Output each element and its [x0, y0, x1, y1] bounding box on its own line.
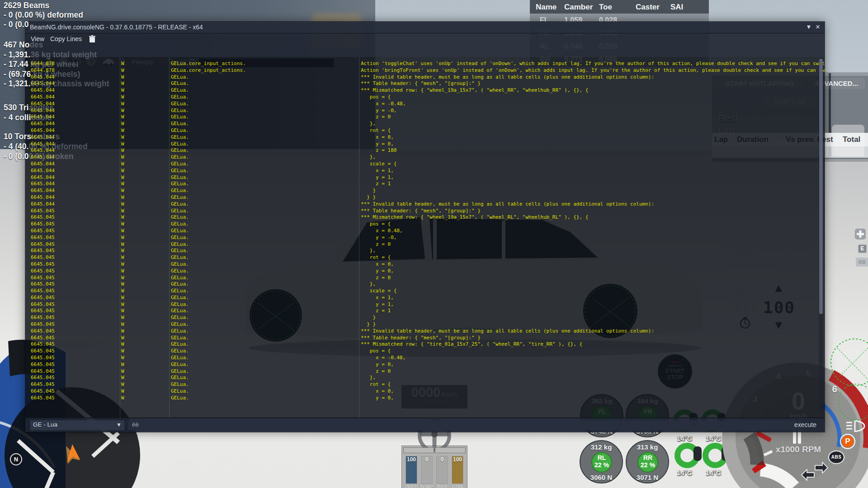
stat-line: - 17.44 kg per wheel [4, 60, 78, 69]
pedal-label: throt [435, 484, 449, 488]
minimize-icon[interactable]: ▼ [805, 23, 813, 30]
abs-indicator: ABS [828, 450, 844, 464]
pedal-bar-throt: 0 [436, 456, 448, 484]
log-row[interactable]: 6645.045WGELua. rot = { [25, 381, 825, 388]
pedal-bar-p-brk: 100 [452, 456, 463, 484]
log-row[interactable]: 6645.044WGELua. }, [25, 121, 825, 127]
log-row[interactable]: 6645.045WGELua. y = -0, [25, 235, 825, 241]
log-row[interactable]: 6645.045WGELua. x = 0, [25, 388, 825, 395]
alignment-header: Toe [599, 3, 612, 12]
log-row[interactable]: 6645.045WGELua.*** Mismatched row: { "wh… [25, 214, 825, 221]
stat-line: - 4 collidable [4, 113, 52, 122]
stat-line: 2629 Beams [4, 1, 49, 10]
log-row[interactable]: 6645.045WGELua. pos = { [25, 221, 825, 228]
log-row[interactable]: 6645.044WGELua. z = 0 [25, 114, 825, 121]
log-row[interactable]: 6644.878WGELua.core_input_actions.Action… [25, 61, 825, 67]
console-log-area[interactable]: 6644.878WGELua.core_input_actions.Action… [25, 57, 825, 418]
log-row[interactable]: 6645.045WGELua.*** Table header: { "mesh… [25, 335, 825, 342]
alignment-header: Name [536, 3, 557, 12]
log-row[interactable]: 6645.045WGELua. z = 0 [25, 368, 825, 375]
pedal-bar-brake: 0 [421, 456, 433, 484]
key-rb-hint: RB [856, 258, 868, 267]
close-icon[interactable]: ✕ [814, 23, 822, 30]
stat-line: 530 Triangles [4, 103, 54, 113]
key-e-hint: E [858, 244, 867, 253]
stat-line: - 1,321.60 kg chassis weight [4, 79, 109, 89]
command-input[interactable]: ëë [128, 420, 793, 430]
log-row[interactable]: 6645.045WGELua. z = 0 [25, 275, 825, 282]
log-row[interactable]: 6645.045WGELua. z = 1 [25, 308, 825, 314]
radial-menu-plus-icon[interactable] [854, 228, 866, 240]
log-row[interactable]: 6645.045WGELua. y = 0, [25, 395, 825, 402]
log-row[interactable]: 6645.044WGELua. } [25, 188, 825, 194]
log-row[interactable]: 6645.044WGELua. x = 1, [25, 168, 825, 174]
log-row[interactable]: 6645.045WGELua. }, [25, 375, 825, 381]
console-title: BeamNG.drive.consoleNG - 0.37.6.0.18775 … [30, 23, 203, 31]
log-row[interactable]: 6645.045WGELua. y = 0, [25, 361, 825, 368]
log-row[interactable]: 6645.044WGELua.*** Invalid table header,… [25, 201, 825, 208]
log-row[interactable]: 6645.044WGELua.*** Invalid table header,… [25, 74, 825, 81]
menu-copy-lines[interactable]: Copy Lines [50, 35, 82, 42]
log-row[interactable]: 6645.045WGELua. pos = { [25, 348, 825, 355]
log-row[interactable]: 6645.045WGELua. x = 0.48, [25, 228, 825, 235]
log-row[interactable]: 6645.044WGELua. y = -0, [25, 108, 825, 114]
alignment-header: Camber [564, 3, 593, 12]
brake-caliper-rl-icon [675, 443, 700, 468]
log-row[interactable]: 6645.045WGELua. } [25, 314, 825, 321]
stat-line: - 1,391.36 kg total weight [4, 50, 97, 60]
execute-button[interactable]: execute [794, 421, 816, 428]
stat-line: - 0 (0.0 [4, 20, 28, 29]
log-row[interactable]: 6645.044WGELua.*** Mismatched row: { "wh… [25, 87, 825, 94]
console-header: View Copy Lines ! ! i ? Filter(s): (?) O… [25, 33, 825, 57]
brake-temp-label: 14°C [673, 435, 696, 442]
log-row[interactable]: 6645.045WGELua. y = 1, [25, 301, 825, 308]
log-row[interactable]: 6645.045WGELua. x = -0.48, [25, 355, 825, 361]
log-row[interactable]: 6645.045WGELua. }, [25, 248, 825, 254]
log-row[interactable]: 6645.044WGELua. z = 180 [25, 147, 825, 154]
log-row[interactable]: 6645.044WGELua. } } [25, 194, 825, 201]
compass-north-icon: N [10, 453, 22, 465]
wheel-load-rl: 312 kgRL22 %3060 N [580, 440, 623, 483]
log-row[interactable]: 6645.044WGELua. rot = { [25, 127, 825, 134]
alignment-table-header: NameCamberToeCasterSAI [530, 0, 709, 14]
log-row[interactable]: 6645.044WGELua. }, [25, 154, 825, 161]
log-row[interactable]: 6645.045WGELua. x = 1, [25, 295, 825, 301]
wheel-load-rr: 313 kgRR22 %3071 N [626, 440, 669, 483]
log-row[interactable]: 6645.045WGELua. x = 0, [25, 261, 825, 268]
log-row[interactable]: 6645.045WGELua. }, [25, 281, 825, 288]
log-row[interactable]: 6644.878WGELua.core_input_actions.Action… [25, 67, 825, 74]
log-row[interactable]: 6645.045WGELua. } } [25, 321, 825, 328]
trash-icon[interactable] [89, 35, 95, 42]
pedal-label: brake [420, 484, 434, 488]
stat-line: - 0 (0.00 %) deformed [4, 10, 83, 20]
log-row[interactable]: 6645.045WGELua.*** Invalid table header,… [25, 328, 825, 335]
environment-value: GE - Lua [33, 421, 57, 428]
log-scrollbar-thumb[interactable] [819, 59, 823, 314]
environment-dropdown[interactable]: GE - Lua ▼ [30, 420, 124, 430]
log-row[interactable]: 6645.044WGELua. y = 0, [25, 141, 825, 148]
chevron-down-icon: ▼ [116, 422, 122, 428]
log-row[interactable]: 6645.045WGELua. z = 0 [25, 241, 825, 248]
log-row[interactable]: 6645.045WGELua. y = 0, [25, 268, 825, 275]
turn-signal-left-icon [801, 469, 815, 481]
log-row[interactable]: 6645.044WGELua. x = 0, [25, 134, 825, 141]
log-scrollbar[interactable] [819, 58, 823, 414]
log-row[interactable]: 6645.044WGELua. pos = { [25, 94, 825, 101]
log-row[interactable]: 6645.044WGELua.*** Table header: { "mesh… [25, 80, 825, 87]
pedal-label: clutch [405, 484, 418, 488]
log-row[interactable]: 6645.044WGELua. z = 1 [25, 181, 825, 188]
console-window: BeamNG.drive.consoleNG - 0.37.6.0.18775 … [25, 21, 825, 432]
log-row[interactable]: 6645.045WGELua.*** Mismatched row: { "ti… [25, 341, 825, 348]
log-row[interactable]: 6645.045WGELua. scale = { [25, 288, 825, 295]
pedal-bar-clutch: 100 [406, 456, 417, 484]
log-row[interactable]: 6645.044WGELua. scale = { [25, 161, 825, 168]
parking-brake-indicator: P [840, 434, 855, 449]
stat-line: - 4 (40.00 %) deformed [4, 142, 88, 151]
stat-line: 10 Torsionbars [4, 132, 60, 141]
log-row[interactable]: 6645.044WGELua. x = -0.48, [25, 101, 825, 108]
log-row[interactable]: 6645.045WGELua.*** Table header: { "mesh… [25, 208, 825, 215]
lap-table-header-cell: Total [843, 135, 860, 144]
console-titlebar[interactable]: BeamNG.drive.consoleNG - 0.37.6.0.18775 … [25, 22, 825, 33]
log-row[interactable]: 6645.044WGELua. y = 1, [25, 174, 825, 181]
log-row[interactable]: 6645.045WGELua. rot = { [25, 254, 825, 261]
